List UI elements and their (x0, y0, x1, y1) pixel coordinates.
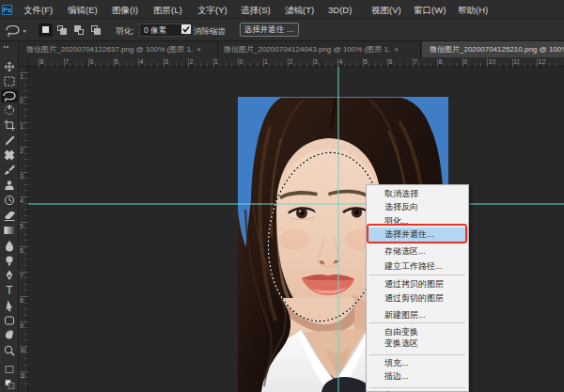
svg-text:T: T (6, 284, 13, 297)
